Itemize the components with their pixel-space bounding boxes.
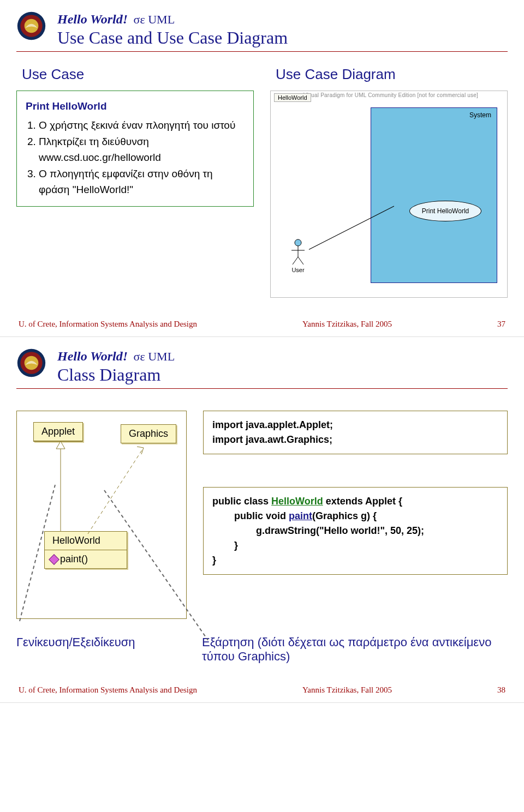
class-graphics-name: Graphics — [121, 425, 176, 443]
svg-point-3 — [295, 239, 301, 246]
footer-page: 38 — [497, 685, 505, 695]
class-helloworld-name: HelloWorld — [45, 532, 127, 550]
class-applet-name: Appplet — [34, 423, 82, 441]
actor-user: User — [287, 238, 309, 273]
svg-line-6 — [293, 257, 298, 264]
in-uml-label: σε UML — [134, 13, 175, 26]
class-applet: Appplet — [33, 422, 83, 442]
code-helloworld-link[interactable]: HelloWorld — [271, 496, 323, 507]
slide-subtitle: Class Diagram — [57, 365, 175, 385]
actor-label: User — [287, 267, 309, 273]
watermark-label: Visual Paradigm for UML Community Editio… — [303, 92, 478, 98]
code-method-decl: public void paint(Graphics g) { — [212, 509, 498, 524]
code-imports: import java.applet.Applet; import java.a… — [203, 411, 508, 454]
use-case-diagram: Visual Paradigm for UML Community Editio… — [270, 91, 508, 298]
code-brace-close-2: } — [212, 553, 498, 568]
svg-line-7 — [298, 257, 303, 264]
use-case-heading: Use Case — [22, 66, 254, 83]
footer-mid: Yannis Tzitzikas, Fall 2005 — [302, 685, 392, 695]
use-case-step-1: Ο χρήστης ξεκινά έναν πλοηγητή του ιστού — [39, 118, 245, 134]
slide-header: Hello World! σε UML Use Case and Use Cas… — [16, 11, 508, 52]
slide-37: Hello World! σε UML Use Case and Use Cas… — [0, 0, 524, 337]
actor-icon — [290, 238, 306, 266]
footer-page: 37 — [497, 320, 505, 329]
columns: Use Case Print HelloWorld Ο χρήστης ξεκι… — [16, 62, 508, 298]
method-icon — [49, 554, 59, 565]
class-graphics: Graphics — [121, 424, 176, 443]
footer-mid: Yannis Tzitzikas, Fall 2005 — [302, 320, 392, 329]
slide-header: Hello World! σε UML Class Diagram — [16, 348, 508, 389]
code-class-decl: public class HelloWorld extends Applet { — [212, 494, 498, 509]
use-case-oval-label: Print HelloWorld — [422, 207, 469, 215]
slide-footer: U. of Crete, Information Systems Analysi… — [16, 685, 508, 697]
annotation-row: Γενίκευση/Εξειδίκευση Εξάρτηση (διότι δέ… — [16, 635, 508, 664]
use-case-oval: Print HelloWorld — [409, 201, 481, 221]
annotation-dependency: Εξάρτηση (διότι δέχεται ως παράμετρο ένα… — [202, 635, 508, 664]
in-uml-label: σε UML — [134, 350, 175, 363]
code-import-graphics: import java.awt.Graphics; — [212, 432, 498, 447]
col-use-case: Use Case Print HelloWorld Ο χρήστης ξεκι… — [16, 62, 254, 298]
diagram-tab: HelloWorld — [274, 93, 311, 102]
system-label: System — [469, 111, 491, 119]
footer-left: U. of Crete, Information Systems Analysi… — [19, 320, 197, 329]
class-diagram-canvas: Appplet Graphics HelloWorld paint() — [16, 411, 187, 619]
slide-footer: U. of Crete, Information Systems Analysi… — [16, 320, 508, 331]
code-text: public void — [234, 510, 289, 521]
generalization-arrow-icon — [50, 441, 72, 534]
col-use-case-diagram: Use Case Diagram Visual Paradigm for UML… — [270, 62, 508, 298]
use-case-step-3: Ο πλοηγητής εμφανίζει στην οθόνη τη φράσ… — [39, 166, 245, 197]
code-paint-link[interactable]: paint — [289, 510, 312, 521]
code-text: extends Applet { — [323, 496, 402, 507]
title-block: Hello World! σε UML Use Case and Use Cas… — [57, 11, 288, 48]
use-case-steps: Ο χρήστης ξεκινά έναν πλοηγητή του ιστού… — [26, 118, 245, 198]
code-class: public class HelloWorld extends Applet {… — [203, 487, 508, 575]
use-case-title: Print HelloWorld — [26, 99, 245, 115]
slide-subtitle: Use Case and Use Case Diagram — [57, 28, 288, 48]
system-boundary: System Print HelloWorld — [371, 107, 497, 283]
slide-38: Hello World! σε UML Class Diagram Appple… — [0, 337, 524, 703]
use-case-diagram-heading: Use Case Diagram — [276, 66, 508, 83]
code-brace-close-1: } — [212, 538, 498, 553]
code-text: (Graphics g) { — [312, 510, 377, 521]
code-text: public class — [212, 496, 271, 507]
class-helloworld-methods: paint() — [45, 550, 127, 568]
hello-world-label: Hello World! — [57, 349, 128, 363]
class-diagram-area: Appplet Graphics HelloWorld paint() — [16, 411, 508, 619]
footer-left: U. of Crete, Information Systems Analysi… — [19, 685, 197, 695]
svg-line-14 — [88, 449, 142, 534]
code-column: import java.applet.Applet; import java.a… — [203, 411, 508, 575]
use-case-box: Print HelloWorld Ο χρήστης ξεκινά έναν π… — [16, 91, 254, 207]
method-paint: paint() — [60, 554, 88, 565]
annotation-generalization: Γενίκευση/Εξειδίκευση — [16, 635, 191, 664]
hello-world-label: Hello World! — [57, 12, 128, 26]
dependency-arrow-icon — [82, 441, 159, 539]
code-import-applet: import java.applet.Applet; — [212, 418, 498, 432]
uoc-logo-icon — [16, 11, 46, 41]
use-case-step-2: Πληκτρίζει τη διεύθυνση www.csd.uoc.gr/h… — [39, 134, 245, 165]
code-drawstring: g.drawString("Hello world!", 50, 25); — [212, 524, 498, 538]
title-block: Hello World! σε UML Class Diagram — [57, 348, 175, 385]
svg-marker-12 — [56, 441, 65, 449]
class-helloworld: HelloWorld paint() — [44, 531, 127, 569]
uoc-logo-icon — [16, 348, 46, 378]
